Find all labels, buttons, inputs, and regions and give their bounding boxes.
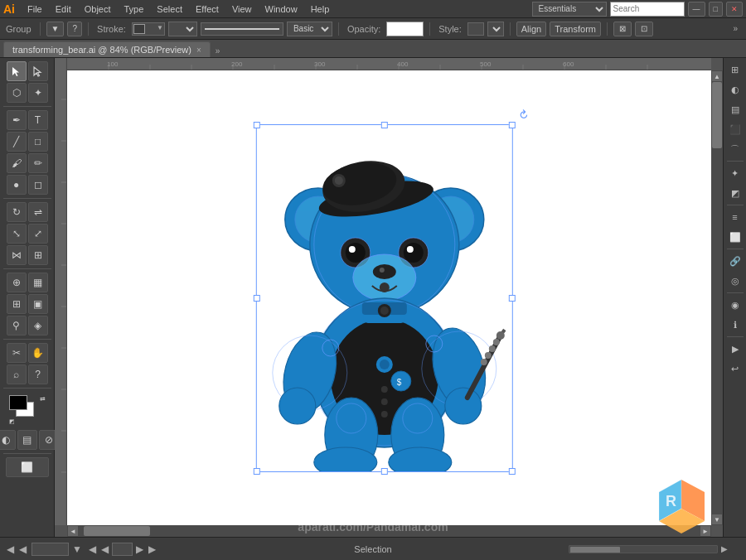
stroke-dropdown[interactable] — [168, 22, 197, 36]
direct-select-tool[interactable] — [28, 61, 48, 81]
paintbrush-tool[interactable]: 🖌 — [7, 153, 27, 173]
panel-symbols-icon[interactable]: ✦ — [726, 164, 744, 182]
eraser-tool[interactable]: ◻ — [28, 175, 48, 195]
h-scroll-right-btn[interactable]: ▶ — [719, 543, 729, 555]
blob-brush-tool[interactable]: ● — [7, 175, 27, 195]
menu-edit[interactable]: Edit — [50, 2, 77, 16]
magic-wand-tool[interactable]: ✦ — [28, 83, 48, 103]
scroll-down-btn[interactable]: ▼ — [712, 514, 722, 524]
prev-artboard-btn[interactable]: ◀ — [5, 542, 16, 557]
align-panel-btn[interactable]: Align — [516, 22, 546, 36]
panel-artboards-icon[interactable]: ⬜ — [726, 228, 744, 246]
menu-select[interactable]: Select — [151, 2, 188, 16]
collapse-panel-btn[interactable]: » — [212, 45, 224, 57]
panel-navigator-icon[interactable]: ◉ — [726, 296, 744, 314]
next-artboard-btn-start[interactable]: ◀ — [17, 542, 28, 557]
panel-links-icon[interactable]: 🔗 — [726, 252, 744, 270]
pencil-tool[interactable]: ✏ — [28, 153, 48, 173]
tab-close-btn[interactable]: × — [196, 46, 201, 55]
maximize-btn[interactable]: □ — [709, 2, 723, 17]
opacity-input[interactable]: 100% — [386, 22, 424, 36]
next-page-btn[interactable]: ◀ — [99, 542, 110, 557]
artboard-mode-btn[interactable]: ⬜ — [6, 457, 49, 477]
panel-appearance-icon[interactable]: ◎ — [726, 272, 744, 290]
column-graph-tool[interactable]: ▦ — [28, 273, 48, 292]
h-scroll-thumb[interactable] — [570, 547, 620, 553]
menu-help[interactable]: Help — [305, 2, 336, 16]
next-page-fwd-btn[interactable]: ▶ — [134, 542, 145, 557]
panel-actions-icon[interactable]: ▶ — [726, 340, 744, 358]
minimize-btn[interactable]: — — [688, 2, 705, 17]
panel-transform-icon[interactable]: ⊞ — [726, 60, 744, 79]
menu-window[interactable]: Window — [259, 2, 303, 16]
panel-info-icon[interactable]: ℹ — [726, 316, 744, 334]
line-tool[interactable]: ╱ — [7, 132, 27, 152]
h-scroll-area[interactable]: ▶ — [569, 543, 729, 555]
page-input[interactable]: 1 — [112, 543, 133, 556]
reflect-tool[interactable]: ⇌ — [28, 202, 48, 222]
swap-colors-btn[interactable]: ⇄ — [40, 395, 46, 403]
scroll-right-btn[interactable]: ► — [700, 526, 710, 536]
eyedropper-tool[interactable]: ⚲ — [7, 316, 27, 336]
stroke-color-box[interactable]: ▼ — [132, 22, 165, 36]
essentials-dropdown[interactable]: Essentials — [532, 2, 607, 17]
menu-file[interactable]: File — [22, 2, 48, 16]
scale-tool[interactable]: ⤡ — [7, 224, 27, 244]
fill-swatch[interactable] — [9, 395, 27, 410]
panel-gradient-icon[interactable]: ▤ — [726, 100, 744, 118]
free-transform-tool[interactable]: ⊞ — [28, 245, 48, 265]
panel-history-icon[interactable]: ↩ — [726, 360, 744, 378]
style-box[interactable] — [467, 22, 484, 36]
h-scroll-track[interactable] — [569, 545, 718, 553]
menu-type[interactable]: Type — [119, 2, 150, 16]
lasso-tool[interactable]: ⬡ — [7, 83, 27, 103]
toolbar-select-btn[interactable]: ▼ — [46, 22, 65, 36]
transform-panel-btn[interactable]: Transform — [550, 22, 601, 36]
color-mode-btn[interactable]: ◐ — [0, 430, 16, 450]
toolbar-q-btn[interactable]: ? — [67, 22, 82, 36]
menu-object[interactable]: Object — [79, 2, 117, 16]
pen-tool[interactable]: ✒ — [7, 110, 27, 130]
scissors-tool[interactable]: ✂ — [7, 343, 27, 363]
canvas-area[interactable]: 100 200 300 400 500 600 — [55, 58, 723, 537]
symbol-sprayer-tool[interactable]: ⊕ — [7, 273, 27, 292]
basic-dropdown[interactable]: Basic — [287, 22, 332, 36]
last-page-btn[interactable]: ▶ — [147, 542, 157, 557]
question-tool[interactable]: ? — [28, 364, 48, 384]
horizontal-scrollbar[interactable]: ◄ ► — [67, 525, 711, 537]
search-input[interactable] — [610, 2, 685, 17]
panel-swatches-icon[interactable]: ⬛ — [726, 120, 744, 138]
gradient-mode-btn[interactable]: ▤ — [17, 430, 37, 450]
default-colors-btn[interactable]: ◩ — [9, 418, 15, 425]
zoom-dropdown-btn[interactable]: ▼ — [70, 542, 84, 557]
zoom-tool[interactable]: ⌕ — [7, 364, 27, 384]
scroll-h-thumb[interactable] — [84, 526, 150, 536]
prev-page-btn[interactable]: ◀ — [87, 542, 98, 557]
scroll-left-btn[interactable]: ◄ — [68, 526, 78, 536]
align-left-btn[interactable]: ⊠ — [613, 22, 632, 36]
panel-layers-icon[interactable]: ≡ — [726, 208, 744, 226]
menu-view[interactable]: View — [226, 2, 258, 16]
gradient-tool[interactable]: ▣ — [28, 294, 48, 314]
rotate-tool[interactable]: ↻ — [7, 202, 27, 222]
panel-graphic-styles-icon[interactable]: ◩ — [726, 184, 744, 202]
vertical-scrollbar[interactable]: ▲ ▼ — [711, 70, 723, 525]
style-dropdown[interactable] — [487, 22, 504, 36]
file-tab[interactable]: transforming_bear.ai @ 84% (RGB/Preview)… — [3, 41, 211, 57]
mesh-tool[interactable]: ⊞ — [7, 294, 27, 314]
menu-effect[interactable]: Effect — [190, 2, 225, 16]
scroll-up-btn[interactable]: ▲ — [712, 71, 722, 81]
hand-tool[interactable]: ✋ — [28, 343, 48, 363]
zoom-input[interactable]: 84% — [31, 543, 69, 556]
blend-tool[interactable]: ◈ — [28, 316, 48, 336]
panel-brushes-icon[interactable]: ⌒ — [726, 140, 744, 158]
type-tool[interactable]: T — [28, 110, 48, 130]
panel-color-icon[interactable]: ◐ — [726, 80, 744, 99]
scroll-v-thumb[interactable] — [712, 82, 722, 148]
selection-tool[interactable] — [7, 61, 27, 81]
shear-tool[interactable]: ⤢ — [28, 224, 48, 244]
close-btn[interactable]: ✕ — [726, 2, 743, 17]
document-canvas[interactable]: $ — [67, 70, 711, 525]
stroke-style-bar[interactable] — [201, 22, 283, 36]
rect-tool[interactable]: □ — [28, 132, 48, 152]
